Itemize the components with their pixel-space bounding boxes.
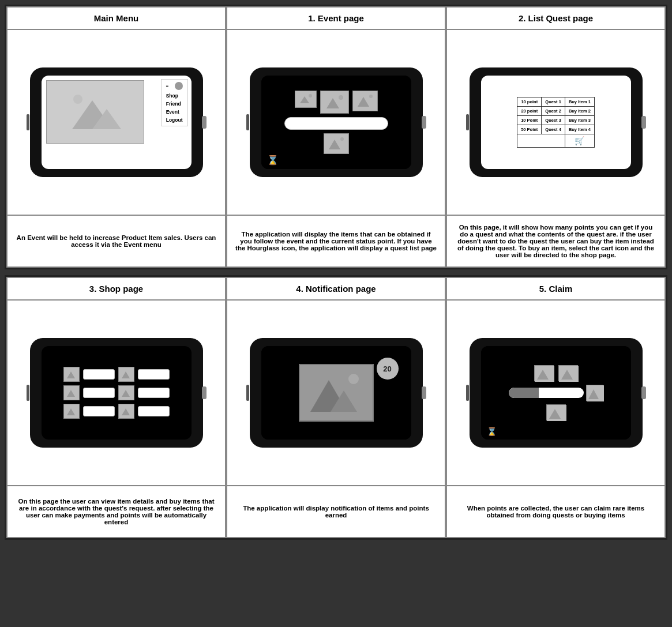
notif-content: 20 [261,346,411,440]
claim-img-2 [558,365,578,381]
cell-quest-page: 2. List Quest page 10 point Quest 1 Bu [446,6,666,268]
quest-action-1[interactable]: Buy Item 1 [565,97,594,107]
shop-row-3 [63,404,170,419]
screen-quest: 10 point Quest 1 Buy Item 1 20 point Que… [481,76,631,169]
svg-point-9 [339,95,343,100]
notif-image [299,364,374,422]
section-row2: 3. Shop page [5,275,667,540]
menu-item-friend[interactable]: Friend [166,100,183,107]
shop-row-2 [63,385,170,400]
quest-points-4: 50 Point [517,125,542,134]
quest-content: 10 point Quest 1 Buy Item 1 20 point Que… [481,76,631,169]
shop-box-3[interactable] [83,388,115,398]
desc-main-menu: An Event will be held to increase Produc… [7,215,225,266]
table-row: 50 Point Quest 4 Buy Item 4 [517,125,595,134]
desc-notif-page: The application will display notificatio… [227,485,445,537]
phone-btn-left-4 [27,385,29,401]
screen-shop [42,346,192,440]
hero-image-svg [61,89,130,135]
claim-img-4-svg [547,405,566,421]
quest-name-2: Quest 2 [542,107,565,116]
phone-btn-right-6 [641,386,646,399]
shop-box-1[interactable] [83,369,115,380]
desc-event-page: The application will display the items t… [227,215,445,266]
menu-panel-header: ≡ [166,82,183,90]
menu-content: ≡ Shop Friend Event Logout [42,76,192,169]
hourglass-claim-icon: ⌛ [487,427,497,436]
shop-img-3 [63,385,80,400]
event-search-bar[interactable] [284,117,388,130]
section-row1: Main Menu [5,5,667,269]
quest-action-3[interactable]: Buy Item 3 [565,116,594,125]
shop-box-2[interactable] [138,369,170,380]
desc-shop-page: On this page the user can view item deta… [7,485,225,537]
table-row: 10 Point Quest 3 Buy Item 3 [517,116,595,125]
phone-claim: ⌛ [470,338,643,448]
svg-point-12 [369,95,373,98]
claim-img-3-svg [587,385,604,401]
grid-row1: Main Menu [6,6,666,268]
grid-row2: 3. Shop page [6,277,666,538]
menu-item-shop[interactable]: Shop [166,92,183,99]
hourglass-icon: ⌛ [267,155,279,166]
menu-item-event[interactable]: Event [166,108,183,115]
header-notif-page: 4. Notification page [227,278,445,301]
shop-box-6[interactable] [138,406,170,416]
cart-spacer [517,134,565,148]
quest-action-4[interactable]: Buy Item 4 [565,125,594,134]
user-avatar [175,82,183,90]
phone-btn-right-4 [202,386,207,399]
quest-action-2[interactable]: Buy Item 2 [565,107,594,116]
cell-notif-page: 4. Notification page [226,277,446,538]
phone-main-menu: ≡ Shop Friend Event Logout [30,67,203,177]
claim-img-1 [534,365,554,381]
phone-btn-right-3 [641,116,646,129]
phone-btn-right-5 [422,386,426,399]
cell-event-page: 1. Event page [226,6,446,268]
menu-nav-panel: ≡ Shop Friend Event Logout [161,79,188,126]
header-event-page: 1. Event page [227,7,445,30]
header-shop-page: 3. Shop page [7,278,225,301]
screen-notif: 20 [261,346,411,440]
mockup-quest-page: 10 point Quest 1 Buy Item 1 20 point Que… [447,30,665,215]
phone-shop [30,338,203,448]
svg-point-3 [73,95,82,104]
mockup-claim-page: ⌛ [447,301,665,485]
claim-top-row [534,365,578,381]
shop-img-2-svg [121,369,132,380]
shop-img-6-svg [121,406,132,416]
screen-event: ⌛ [261,76,411,169]
claim-content: ⌛ [481,346,631,440]
shop-img-5 [63,404,80,419]
desc-claim-page: When points are collected, the user can … [447,485,665,537]
claim-progress-bar [509,388,584,398]
quest-name-4: Quest 4 [542,125,565,134]
shop-img-2 [118,367,134,382]
event-img-4 [324,133,349,154]
hamburger-icon: ≡ [166,84,169,89]
mockup-main-menu: ≡ Shop Friend Event Logout [7,30,225,215]
claim-img-1-svg [535,366,554,382]
shop-img-4-svg [121,388,132,398]
svg-point-31 [348,374,359,384]
claim-progress-row [509,385,603,401]
shop-box-5[interactable] [83,406,115,416]
phone-notif: 20 [250,338,423,448]
cell-claim-page: 5. Claim [446,277,666,538]
phone-quest: 10 point Quest 1 Buy Item 1 20 point Que… [470,67,643,177]
event-content: ⌛ [261,76,411,169]
event-top-row [295,91,378,114]
table-row: 10 point Quest 1 Buy Item 1 [517,97,595,107]
claim-img-4 [546,404,566,420]
header-quest-page: 2. List Quest page [447,7,665,30]
event-img-2 [320,91,349,114]
quest-name-3: Quest 3 [542,116,565,125]
shop-box-4[interactable] [138,388,170,398]
event-img-1-svg [298,93,314,106]
cart-icon-cell[interactable]: 🛒 [565,134,594,148]
phone-btn-left-6 [466,385,469,401]
mockup-shop-page [7,301,225,485]
event-img-2-svg [324,93,346,111]
menu-item-logout[interactable]: Logout [166,117,183,123]
svg-point-15 [340,137,344,141]
